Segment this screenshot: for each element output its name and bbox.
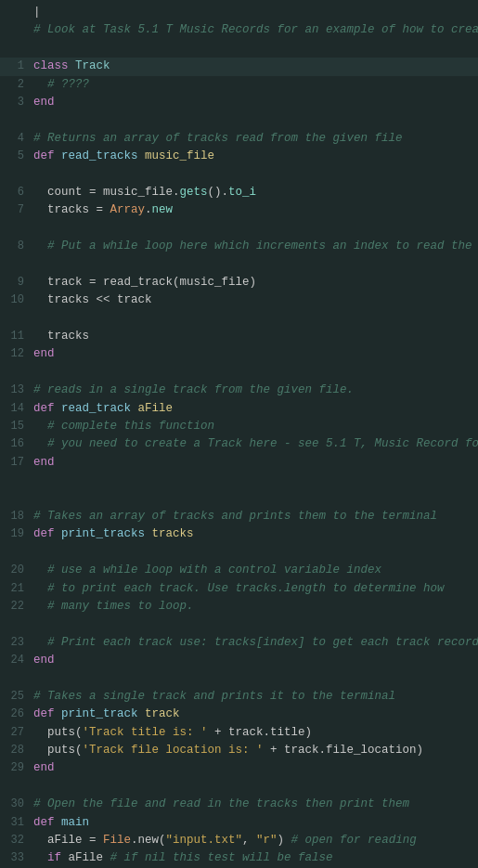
- line-number: 14: [7, 400, 33, 418]
- code-line: |: [0, 4, 478, 21]
- line-number: 12: [7, 345, 33, 363]
- line-number: 31: [7, 814, 33, 832]
- line-number: 25: [7, 688, 33, 706]
- code-line: [0, 778, 478, 796]
- code-line: 19def print_tracks tracks: [0, 525, 478, 543]
- line-content: # ????: [33, 76, 471, 94]
- line-content: # many times to loop.: [33, 598, 471, 615]
- line-content: puts('Track file location is: ' + track.…: [33, 742, 471, 759]
- line-content: end: [33, 652, 471, 669]
- line-content: # reads in a single track from the given…: [33, 382, 471, 399]
- code-line: [0, 364, 478, 382]
- line-number: [7, 669, 33, 687]
- code-line: [0, 544, 478, 562]
- line-content: # Put a while loop here which increments…: [33, 238, 478, 255]
- line-number: 11: [7, 328, 33, 345]
- line-content: tracks = Array.new: [33, 201, 471, 219]
- line-number: 29: [7, 759, 33, 777]
- line-number: 32: [7, 832, 33, 849]
- line-content: [33, 40, 471, 58]
- code-line: 31def main: [0, 814, 478, 832]
- code-line: 27 puts('Track title is: ' + track.title…: [0, 724, 478, 742]
- line-number: 2: [7, 76, 33, 94]
- line-content: def read_track aFile: [33, 400, 471, 418]
- line-content: [33, 255, 471, 273]
- code-line: 14def read_track aFile: [0, 400, 478, 418]
- line-number: [7, 544, 33, 562]
- line-number: 30: [7, 796, 33, 813]
- code-line: 25# Takes a single track and prints it t…: [0, 688, 478, 706]
- line-number: 22: [7, 598, 33, 615]
- line-number: 10: [7, 291, 33, 309]
- code-line: 3end: [0, 94, 478, 111]
- line-content: # Takes a single track and prints it to …: [33, 688, 471, 706]
- line-number: [7, 255, 33, 273]
- line-number: 16: [7, 435, 33, 453]
- line-number: 18: [7, 508, 33, 525]
- line-content: # use a while loop with a control variab…: [33, 562, 471, 579]
- line-number: 17: [7, 454, 33, 472]
- code-line: 28 puts('Track file location is: ' + tra…: [0, 742, 478, 759]
- code-line: 2 # ????: [0, 76, 478, 94]
- code-line: [0, 490, 478, 508]
- code-line: 12end: [0, 345, 478, 363]
- line-number: 24: [7, 652, 33, 669]
- line-number: 26: [7, 706, 33, 723]
- line-content: tracks: [33, 328, 471, 345]
- line-content: [33, 166, 471, 184]
- code-line: 24end: [0, 652, 478, 669]
- line-number: [7, 40, 33, 58]
- code-line: [0, 111, 478, 129]
- line-number: [7, 310, 33, 328]
- line-number: 9: [7, 274, 33, 291]
- code-line: [0, 255, 478, 273]
- line-content: # Look at Task 5.1 T Music Records for a…: [33, 21, 478, 39]
- line-number: [7, 4, 33, 21]
- line-number: 3: [7, 94, 33, 111]
- line-content: end: [33, 759, 471, 777]
- line-content: [33, 544, 471, 562]
- line-number: [7, 490, 33, 508]
- line-content: [33, 778, 471, 796]
- line-content: [33, 472, 471, 489]
- line-number: 8: [7, 238, 33, 255]
- line-content: [33, 669, 471, 687]
- line-content: [33, 220, 471, 238]
- line-number: 7: [7, 201, 33, 219]
- line-number: [7, 220, 33, 238]
- line-number: [7, 21, 33, 39]
- line-content: class Track: [33, 58, 471, 75]
- code-line: 6 count = music_file.gets().to_i: [0, 184, 478, 201]
- code-line: 7 tracks = Array.new: [0, 201, 478, 219]
- line-content: [33, 310, 471, 328]
- line-content: # you need to create a Track here - see …: [33, 435, 478, 453]
- code-line: 20 # use a while loop with a control var…: [0, 562, 478, 579]
- code-line: 30# Open the file and read in the tracks…: [0, 796, 478, 813]
- line-content: puts('Track title is: ' + track.title): [33, 724, 471, 742]
- line-number: 1: [7, 58, 33, 75]
- code-line: 26def print_track track: [0, 706, 478, 723]
- line-content: if aFile # if nil this test will be fals…: [33, 849, 471, 867]
- code-line: 13# reads in a single track from the giv…: [0, 382, 478, 399]
- line-number: 23: [7, 634, 33, 652]
- line-content: tracks << track: [33, 291, 471, 309]
- line-number: 5: [7, 148, 33, 165]
- line-content: count = music_file.gets().to_i: [33, 184, 471, 201]
- line-number: 4: [7, 130, 33, 148]
- code-line: 4# Returns an array of tracks read from …: [0, 130, 478, 148]
- line-number: 15: [7, 418, 33, 435]
- code-line: 16 # you need to create a Track here - s…: [0, 435, 478, 453]
- code-line: [0, 472, 478, 489]
- code-line: [0, 166, 478, 184]
- code-line: [0, 40, 478, 58]
- line-content: aFile = File.new("input.txt", "r") # ope…: [33, 832, 471, 849]
- line-number: [7, 472, 33, 489]
- line-content: # to print each track. Use tracks.length…: [33, 580, 471, 598]
- code-line: 29end: [0, 759, 478, 777]
- code-line: 18# Takes an array of tracks and prints …: [0, 508, 478, 525]
- line-content: def print_track track: [33, 706, 471, 723]
- code-line: [0, 220, 478, 238]
- line-number: 6: [7, 184, 33, 201]
- line-content: [33, 111, 471, 129]
- line-content: def read_tracks music_file: [33, 148, 471, 165]
